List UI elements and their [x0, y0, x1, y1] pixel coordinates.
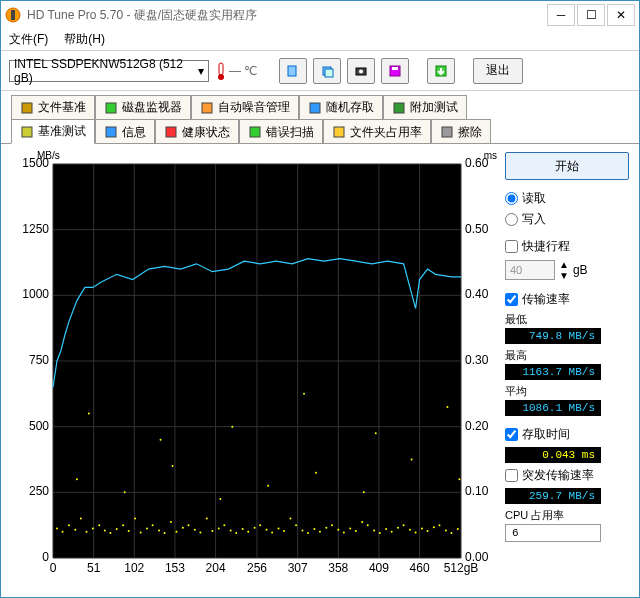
tab-dice[interactable]: 随机存取	[299, 95, 383, 119]
svg-point-122	[385, 528, 387, 530]
svg-text:460: 460	[410, 561, 430, 575]
svg-point-98	[242, 528, 244, 530]
svg-point-3	[218, 74, 224, 80]
device-select[interactable]: INTEL SSDPEKNW512G8 (512 gB) ▾	[9, 60, 209, 82]
tab-folder[interactable]: 文件夹占用率	[323, 119, 431, 144]
copy-icon	[286, 64, 300, 78]
svg-rect-18	[106, 127, 116, 137]
chart-ylabel-right: ms	[484, 150, 497, 161]
app-icon	[5, 7, 21, 23]
svg-point-128	[421, 527, 423, 529]
svg-point-67	[56, 527, 58, 529]
svg-point-79	[128, 530, 130, 532]
svg-point-69	[68, 524, 70, 526]
screenshot-button[interactable]	[313, 58, 341, 84]
svg-point-100	[254, 527, 256, 529]
svg-point-132	[445, 529, 447, 531]
transfer-rate-check[interactable]: 传输速率	[505, 291, 629, 308]
tab-monitor[interactable]: 磁盘监视器	[95, 95, 191, 119]
svg-point-106	[289, 518, 291, 520]
svg-point-101	[259, 524, 261, 526]
short-stroke-check[interactable]: 快捷行程	[505, 238, 629, 255]
menu-file[interactable]: 文件(F)	[9, 31, 48, 48]
burst-rate-check[interactable]: 突发传输速率	[505, 467, 629, 484]
svg-point-116	[349, 527, 351, 529]
close-button[interactable]: ✕	[607, 4, 635, 26]
svg-point-143	[458, 478, 460, 480]
svg-point-117	[355, 530, 357, 532]
arrow-down-icon	[434, 64, 448, 78]
svg-point-131	[438, 524, 440, 526]
svg-point-142	[411, 459, 413, 461]
copy-info-button[interactable]	[279, 58, 307, 84]
svg-point-113	[331, 524, 333, 526]
svg-point-109	[307, 532, 309, 534]
svg-point-71	[80, 518, 82, 520]
exit-button[interactable]: 退出	[473, 58, 523, 84]
svg-rect-19	[166, 127, 176, 137]
options-button[interactable]	[427, 58, 455, 84]
svg-text:250: 250	[29, 484, 49, 498]
svg-point-93	[211, 530, 213, 532]
toolbar: INTEL SSDPEKNW512G8 (512 gB) ▾ — ℃ 退出	[1, 51, 639, 91]
svg-point-124	[397, 527, 399, 529]
svg-point-80	[134, 518, 136, 520]
svg-point-147	[303, 393, 305, 395]
titlebar: HD Tune Pro 5.70 - 硬盘/固态硬盘实用程序 ─ ☐ ✕	[1, 1, 639, 29]
svg-point-134	[457, 528, 459, 530]
svg-text:1250: 1250	[22, 222, 49, 236]
window-title: HD Tune Pro 5.70 - 硬盘/固态硬盘实用程序	[27, 7, 545, 24]
svg-point-112	[325, 527, 327, 529]
svg-rect-20	[250, 127, 260, 137]
svg-point-95	[223, 524, 225, 526]
tab-ruler[interactable]: 文件基准	[11, 95, 95, 119]
svg-point-90	[194, 529, 196, 531]
svg-rect-1	[11, 10, 15, 20]
short-stroke-input[interactable]	[505, 260, 555, 280]
svg-point-135	[76, 478, 78, 480]
tab-erase[interactable]: 擦除	[431, 119, 491, 144]
save-button[interactable]	[381, 58, 409, 84]
svg-point-111	[319, 531, 321, 533]
svg-text:0.40: 0.40	[465, 287, 489, 301]
svg-point-78	[122, 524, 124, 526]
svg-text:0.10: 0.10	[465, 484, 489, 498]
svg-point-89	[187, 524, 189, 526]
svg-point-123	[391, 531, 393, 533]
svg-point-83	[152, 524, 154, 526]
tab-info[interactable]: 信息	[95, 119, 155, 144]
svg-rect-17	[22, 127, 32, 137]
camera-button[interactable]	[347, 58, 375, 84]
tab-health[interactable]: 健康状态	[155, 119, 239, 144]
svg-point-149	[446, 406, 448, 408]
write-radio[interactable]: 写入	[505, 211, 629, 228]
svg-point-86	[170, 521, 172, 523]
menu-help[interactable]: 帮助(H)	[64, 31, 105, 48]
svg-text:307: 307	[288, 561, 308, 575]
svg-point-148	[375, 432, 377, 434]
camera-icon	[354, 64, 368, 78]
tab-plus[interactable]: 附加测试	[383, 95, 467, 119]
svg-text:51: 51	[87, 561, 101, 575]
svg-point-87	[176, 531, 178, 533]
svg-text:256: 256	[247, 561, 267, 575]
svg-point-133	[450, 532, 452, 534]
stat-access: 0.043 ms	[505, 447, 601, 463]
access-time-check[interactable]: 存取时间	[505, 426, 629, 443]
tab-scan[interactable]: 错误扫描	[239, 119, 323, 144]
tab-speaker[interactable]: 自动噪音管理	[191, 95, 299, 119]
app-window: HD Tune Pro 5.70 - 硬盘/固态硬盘实用程序 ─ ☐ ✕ 文件(…	[0, 0, 640, 598]
start-button[interactable]: 开始	[505, 152, 629, 180]
svg-rect-2	[219, 63, 223, 75]
minimize-button[interactable]: ─	[547, 4, 575, 26]
svg-point-141	[363, 491, 365, 493]
maximize-button[interactable]: ☐	[577, 4, 605, 26]
stat-burst: 259.7 MB/s	[505, 488, 601, 504]
read-radio[interactable]: 读取	[505, 190, 629, 207]
temperature-display: — ℃	[215, 61, 257, 81]
svg-text:102: 102	[124, 561, 144, 575]
svg-text:512gB: 512gB	[444, 561, 479, 575]
svg-point-75	[104, 529, 106, 531]
svg-rect-15	[310, 103, 320, 113]
tab-bench[interactable]: 基准测试	[11, 119, 95, 144]
